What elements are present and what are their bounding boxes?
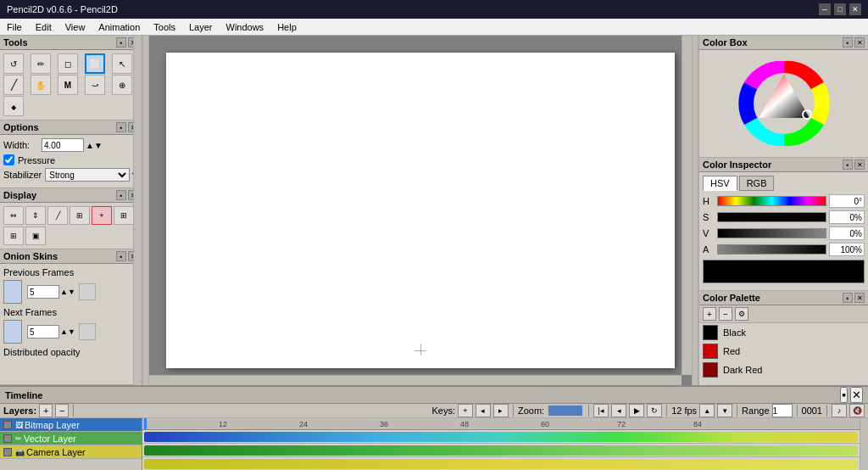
layer-row-bitmap[interactable]: 🖼 Bitmap Layer bbox=[0, 418, 142, 432]
palette-item-red[interactable]: Red bbox=[699, 342, 868, 361]
vector-pen-tool-button[interactable]: ⤻ bbox=[85, 75, 105, 95]
pink-grid-button[interactable]: + bbox=[92, 206, 112, 225]
mute-button[interactable]: 🔇 bbox=[849, 404, 865, 417]
smudge-tool-button[interactable]: ✋ bbox=[31, 75, 51, 95]
canvas[interactable] bbox=[166, 53, 675, 368]
key-next-button[interactable]: ▸ bbox=[493, 404, 509, 417]
onion-button[interactable]: ⊞ bbox=[114, 206, 134, 225]
flip-v-button[interactable]: ⇕ bbox=[25, 206, 46, 225]
frame-icon-button[interactable]: ▣ bbox=[25, 227, 46, 245]
left-panel-scrollbar[interactable] bbox=[133, 36, 142, 385]
ci-v-value[interactable] bbox=[829, 227, 865, 240]
layer-vis-bitmap[interactable] bbox=[3, 421, 12, 429]
canvas-vscroll[interactable] bbox=[682, 36, 692, 375]
tab-hsv[interactable]: HSV bbox=[703, 176, 737, 191]
vector-bar[interactable] bbox=[144, 445, 858, 456]
play-back-button[interactable]: ◂ bbox=[611, 404, 626, 417]
palette-add-button[interactable]: + bbox=[703, 307, 716, 321]
play-loop-button[interactable]: ↻ bbox=[647, 404, 662, 417]
pen-tool-button[interactable]: ╱ bbox=[3, 75, 24, 95]
next-spinbox-arrows[interactable]: ▲▼ bbox=[60, 327, 75, 336]
pointer-tool-button[interactable]: ↖ bbox=[112, 53, 132, 74]
menu-edit[interactable]: Edit bbox=[29, 20, 58, 34]
color-inspector-close[interactable]: ✕ bbox=[854, 159, 865, 170]
menu-layer[interactable]: Layer bbox=[182, 20, 220, 34]
tab-rgb[interactable]: RGB bbox=[739, 176, 775, 191]
layer-vis-camera[interactable] bbox=[3, 448, 12, 456]
palette-item-dark-red[interactable]: Dark Red bbox=[699, 361, 868, 379]
sound-button[interactable]: ♪ bbox=[832, 404, 847, 417]
color-palette-float[interactable]: ▪ bbox=[843, 293, 853, 303]
palette-remove-button[interactable]: − bbox=[719, 307, 732, 321]
right-splitter[interactable] bbox=[692, 36, 698, 385]
eraser-tool-button[interactable]: ◻ bbox=[58, 53, 78, 74]
timeline-vscroll[interactable] bbox=[860, 418, 868, 470]
zoom-slider[interactable] bbox=[548, 406, 582, 416]
play-button[interactable]: ▶ bbox=[629, 404, 644, 417]
palette-item-black[interactable]: Black bbox=[699, 323, 868, 342]
ci-h-slider-container[interactable] bbox=[717, 196, 826, 206]
ruler-12: 12 bbox=[219, 420, 227, 428]
stabilizer-select[interactable]: None Weak Strong bbox=[45, 168, 130, 182]
layer-row-vector[interactable]: ✏ Vector Layer bbox=[0, 432, 142, 445]
ci-s-slider-container[interactable] bbox=[717, 212, 826, 222]
prev-spinbox-arrows[interactable]: ▲▼ bbox=[60, 288, 75, 296]
display-float-button[interactable]: ▪ bbox=[116, 190, 126, 200]
ci-a-slider-container[interactable] bbox=[717, 244, 826, 255]
flip-h-button[interactable]: ⇔ bbox=[3, 206, 24, 225]
timeline-float[interactable]: ▪ bbox=[840, 387, 848, 403]
go-start-button[interactable]: |◂ bbox=[593, 404, 609, 417]
playhead[interactable] bbox=[144, 418, 147, 429]
color-box-close[interactable]: ✕ bbox=[854, 37, 865, 48]
camera-bar[interactable] bbox=[144, 459, 858, 469]
mirror-button[interactable]: ╱ bbox=[47, 206, 68, 225]
text-tool-button[interactable]: M bbox=[58, 75, 78, 95]
menu-help[interactable]: Help bbox=[270, 20, 303, 34]
left-splitter[interactable] bbox=[142, 36, 149, 385]
camera-tool-button[interactable]: ↺ bbox=[3, 53, 24, 74]
menu-view[interactable]: View bbox=[58, 20, 92, 34]
layer-vis-vector[interactable] bbox=[3, 434, 12, 443]
onion-float-button[interactable]: ▪ bbox=[116, 251, 126, 261]
green-grid-button[interactable]: ⊞ bbox=[3, 227, 24, 245]
key-prev-button[interactable]: ◂ bbox=[476, 404, 491, 417]
next-frames-input[interactable] bbox=[27, 325, 59, 339]
color-box-float[interactable]: ▪ bbox=[843, 37, 853, 48]
width-spinbox-arrows[interactable]: ▲▼ bbox=[86, 141, 103, 150]
grid-button[interactable]: ⊞ bbox=[70, 206, 90, 225]
add-layer-button[interactable]: + bbox=[39, 404, 53, 417]
ci-s-value[interactable] bbox=[829, 210, 865, 224]
paint-tool-button[interactable]: ⬥ bbox=[3, 96, 24, 116]
pressure-checkbox[interactable] bbox=[3, 154, 14, 165]
menu-windows[interactable]: Windows bbox=[220, 20, 271, 34]
bitmap-bar[interactable] bbox=[144, 432, 858, 442]
menu-file[interactable]: File bbox=[0, 20, 29, 34]
color-inspector-float[interactable]: ▪ bbox=[843, 159, 853, 170]
options-float-button[interactable]: ▪ bbox=[116, 122, 126, 132]
minimize-button[interactable]: ─ bbox=[819, 3, 831, 15]
width-input[interactable] bbox=[42, 138, 84, 152]
tools-float-button[interactable]: ▪ bbox=[116, 37, 126, 48]
select-tool-button[interactable]: ⬜ bbox=[85, 53, 105, 74]
prev-frames-input[interactable] bbox=[27, 285, 59, 299]
timeline-close[interactable]: ✕ bbox=[850, 387, 863, 403]
fps-up[interactable]: ▲ bbox=[699, 404, 715, 417]
add-key-button[interactable]: + bbox=[458, 404, 473, 417]
canvas-hscroll[interactable] bbox=[149, 375, 682, 385]
color-palette-close[interactable]: ✕ bbox=[854, 293, 865, 303]
color-wheel-svg[interactable] bbox=[737, 57, 831, 150]
range-start[interactable] bbox=[772, 404, 793, 417]
palette-settings-button[interactable]: ⚙ bbox=[735, 307, 748, 321]
menu-tools[interactable]: Tools bbox=[147, 20, 182, 34]
remove-layer-button[interactable]: − bbox=[55, 404, 69, 417]
menu-animation[interactable]: Animation bbox=[92, 20, 147, 34]
eyedropper-tool-button[interactable]: ⊕ bbox=[112, 75, 132, 95]
ci-h-value[interactable] bbox=[829, 194, 865, 208]
ci-a-value[interactable] bbox=[829, 243, 865, 256]
maximize-button[interactable]: □ bbox=[834, 3, 846, 15]
close-button[interactable]: ✕ bbox=[849, 3, 861, 15]
ci-v-slider-container[interactable] bbox=[717, 228, 826, 238]
layer-row-camera[interactable]: 📷 Camera Layer bbox=[0, 445, 142, 459]
fps-down[interactable]: ▼ bbox=[717, 404, 732, 417]
pencil-tool-button[interactable]: ✏ bbox=[31, 53, 51, 74]
